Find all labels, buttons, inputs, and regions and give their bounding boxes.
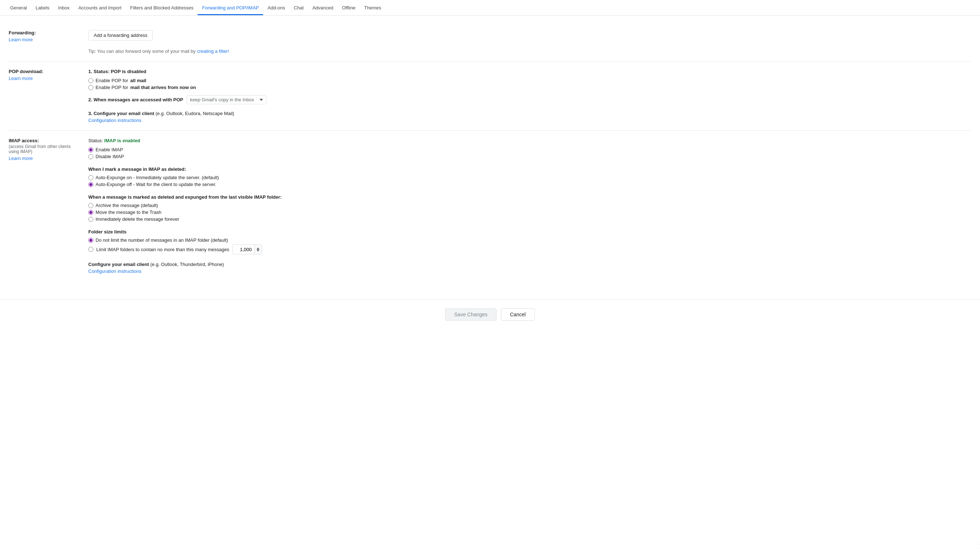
limit-spinner-wrap: 1,000 [232,244,262,254]
imap-title: IMAP access: [9,138,39,143]
imap-auto-expunge-on-input[interactable] [88,175,93,180]
imap-delete-input[interactable] [88,217,93,222]
imap-no-limit-input[interactable] [88,238,93,243]
bottom-bar: Save Changes Cancel [0,299,980,328]
tab-filters[interactable]: Filters and Blocked Addresses [126,0,198,15]
tab-inbox[interactable]: Inbox [54,0,74,15]
tab-general[interactable]: General [6,0,31,15]
pop-step2-heading: 2. When messages are accessed with POP [88,97,183,102]
forwarding-content: Add a forwarding address Tip: You can al… [88,30,971,54]
imap-auto-expunge-on-label: Auto-Expunge on - Immediately update the… [95,175,219,180]
imap-learn-more[interactable]: Learn more [9,156,81,161]
pop-section: POP download: Learn more 1. Status: POP … [9,62,971,131]
imap-enable-label: Enable IMAP [95,147,123,153]
pop-radio-from-now-label: Enable POP for [95,85,128,90]
folder-size-heading: Folder size limits [88,229,971,235]
pop-learn-more[interactable]: Learn more [9,76,81,81]
imap-configure-heading: Configure your email client [88,262,149,267]
imap-auto-expunge-off[interactable]: Auto-Expunge off - Wait for the client t… [88,182,971,187]
imap-expunged-heading: When a message is marked as deleted and … [88,194,971,200]
imap-auto-expunge-off-label: Auto-Expunge off - Wait for the client t… [95,182,216,187]
settings-nav: General Labels Inbox Accounts and Import… [0,0,980,16]
imap-archive-radio[interactable]: Archive the message (default) [88,203,971,208]
imap-disable-radio[interactable]: Disable IMAP [88,154,971,159]
imap-trash-label: Move the message to the Trash [95,210,161,215]
forwarding-tip: Tip: You can also forward only some of y… [88,49,971,54]
tab-forwarding[interactable]: Forwarding and POP/IMAP [197,0,263,15]
imap-trash-radio[interactable]: Move the message to the Trash [88,210,971,215]
pop-radio-all-mail-input[interactable] [88,78,93,83]
imap-status-label: Status: [88,138,103,143]
cancel-button[interactable]: Cancel [501,308,535,321]
imap-disable-label: Disable IMAP [95,154,124,159]
imap-status-row: Status: IMAP is enabled [88,138,971,143]
imap-status-value: IMAP is enabled [104,138,140,143]
pop-content: 1. Status: POP is disabled Enable POP fo… [88,69,971,123]
imap-configure-row: Configure your email client (e.g. Outloo… [88,262,971,267]
imap-disable-input[interactable] [88,154,93,159]
tab-chat[interactable]: Chat [290,0,308,15]
pop-config-link[interactable]: Configuration instructions [88,118,971,123]
imap-content: Status: IMAP is enabled Enable IMAP Disa… [88,138,971,274]
imap-delete-radio[interactable]: Immediately delete the message forever [88,216,971,222]
imap-config-link[interactable]: Configuration instructions [88,269,971,274]
creating-filter-link[interactable]: creating a filter! [197,49,229,54]
imap-section: IMAP access: (access Gmail from other cl… [9,131,971,281]
imap-limit-label: Limit IMAP folders to contain no more th… [96,247,229,252]
limit-value-input[interactable]: 1,000 [232,244,254,254]
imap-delete-label: Immediately delete the message forever [95,216,179,222]
tab-labels[interactable]: Labels [31,0,54,15]
imap-archive-label: Archive the message (default) [95,203,158,208]
imap-trash-input[interactable] [88,210,93,215]
tab-advanced[interactable]: Advanced [308,0,338,15]
pop-radio-all-mail[interactable]: Enable POP for all mail [88,78,971,83]
pop-radio-all-mail-bold: all mail [130,78,146,83]
forwarding-title: Forwarding: [9,30,36,35]
forwarding-section: Forwarding: Learn more Add a forwarding … [9,23,971,62]
tab-offline[interactable]: Offline [338,0,360,15]
pop-radio-from-now-bold: mail that arrives from now on [130,85,196,90]
tip-text-static: Tip: You can also forward only some of y… [88,49,196,54]
tab-addons[interactable]: Add-ons [263,0,289,15]
pop-step2-row: 2. When messages are accessed with POP k… [88,95,971,104]
imap-deleted-heading: When I mark a message in IMAP as deleted… [88,167,971,172]
pop-title: POP download: [9,69,43,74]
pop-status-heading: 1. Status: POP is disabled [88,69,971,74]
pop-step2-select[interactable]: keep Gmail's copy in the Inbox mark Gmai… [187,95,266,104]
imap-limit-input[interactable] [88,247,93,252]
pop-radio-all-mail-label: Enable POP for [95,78,128,83]
imap-archive-input[interactable] [88,203,93,208]
tab-themes[interactable]: Themes [360,0,385,15]
pop-radio-from-now[interactable]: Enable POP for mail that arrives from no… [88,85,971,90]
imap-auto-expunge-on[interactable]: Auto-Expunge on - Immediately update the… [88,175,971,180]
forwarding-learn-more[interactable]: Learn more [9,37,81,42]
imap-auto-expunge-off-input[interactable] [88,182,93,187]
pop-radio-from-now-input[interactable] [88,85,93,90]
imap-limit-radio[interactable]: Limit IMAP folders to contain no more th… [88,244,971,254]
tab-accounts[interactable]: Accounts and Import [74,0,126,15]
imap-no-limit-label: Do not limit the number of messages in a… [95,237,228,243]
imap-no-limit-radio[interactable]: Do not limit the number of messages in a… [88,237,971,243]
pop-step3-text: (e.g. Outlook, Eudora, Netscape Mail) [156,111,234,116]
imap-label-col: IMAP access: (access Gmail from other cl… [9,138,88,274]
pop-step3: 3. Configure your email client (e.g. Out… [88,111,971,116]
imap-sub-label: (access Gmail from other clients using I… [9,144,81,154]
imap-configure-text: (e.g. Outlook, Thunderbird, iPhone) [150,262,224,267]
pop-step3-heading: 3. Configure your email client [88,111,154,116]
spinner-button[interactable] [254,244,262,254]
pop-label-col: POP download: Learn more [9,69,88,123]
forwarding-label-col: Forwarding: Learn more [9,30,88,54]
imap-enable-input[interactable] [88,147,93,153]
save-changes-button[interactable]: Save Changes [445,308,496,321]
imap-enable-radio[interactable]: Enable IMAP [88,147,971,153]
add-forwarding-address-button[interactable]: Add a forwarding address [88,30,153,41]
